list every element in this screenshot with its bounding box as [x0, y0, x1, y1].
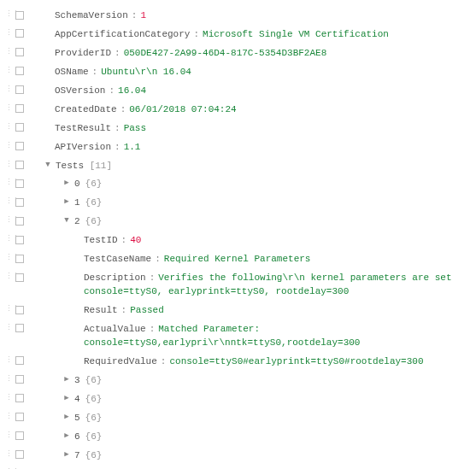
- row-checkbox[interactable]: [15, 142, 24, 150]
- test-item-row: ⋮⋮▶3{6}: [5, 372, 471, 390]
- caret-right-icon[interactable]: ▶: [62, 412, 72, 423]
- caret-right-icon[interactable]: ▶: [62, 449, 72, 460]
- drag-grip-icon: ⋮⋮: [5, 355, 14, 366]
- drag-grip-icon: ⋮⋮: [5, 304, 14, 315]
- row-checkbox[interactable]: [15, 48, 24, 56]
- row-checkbox[interactable]: [15, 394, 24, 402]
- row-checkbox[interactable]: [15, 85, 24, 94]
- drag-grip-icon: ⋮⋮: [5, 272, 14, 283]
- row-checkbox[interactable]: [15, 123, 24, 132]
- property-row: ⋮⋮AppCertificationCategory:Microsoft Sin…: [5, 26, 471, 44]
- row-gutter: ⋮⋮: [5, 196, 31, 208]
- colon: :: [150, 324, 156, 334]
- row-gutter: ⋮⋮: [5, 215, 31, 226]
- row-checkbox[interactable]: [15, 161, 24, 169]
- row-checkbox[interactable]: [15, 413, 24, 421]
- test-item-row: ⋮⋮▶0{6}: [5, 175, 471, 194]
- caret-right-icon[interactable]: ▶: [62, 374, 72, 385]
- row-checkbox[interactable]: [15, 356, 24, 365]
- row-checkbox[interactable]: [15, 11, 24, 20]
- property-row: ⋮⋮SchemaVersion:1: [5, 7, 471, 26]
- row-gutter: ⋮⋮: [5, 412, 31, 423]
- colon: :: [193, 29, 199, 39]
- property-row: ⋮⋮OSVersion:16.04: [5, 82, 471, 101]
- json-tree: ⋮⋮SchemaVersion:1⋮⋮AppCertificationCateg…: [5, 7, 471, 469]
- row-checkbox[interactable]: [15, 179, 24, 188]
- row-gutter: ⋮⋮: [5, 323, 31, 334]
- test-item-row: ⋮⋮▶8{6}: [5, 465, 471, 469]
- test-summary: {6}: [85, 375, 103, 385]
- test-index: 1: [74, 197, 80, 208]
- row-checkbox[interactable]: [15, 198, 24, 207]
- tests-count: [11]: [90, 161, 112, 171]
- colon: :: [115, 142, 120, 152]
- drag-grip-icon: ⋮⋮: [5, 47, 14, 58]
- row-gutter: ⋮⋮: [5, 253, 31, 264]
- row-checkbox[interactable]: [15, 29, 24, 38]
- row-checkbox[interactable]: [15, 236, 24, 244]
- row-checkbox[interactable]: [15, 273, 24, 282]
- property-row: ⋮⋮CreatedDate:06/01/2018 07:04:24: [5, 101, 471, 120]
- detail-key: Description: [84, 273, 146, 283]
- test-summary: {6}: [85, 179, 103, 189]
- drag-grip-icon: ⋮⋮: [5, 28, 14, 39]
- drag-grip-icon: ⋮⋮: [5, 141, 14, 152]
- row-checkbox[interactable]: [15, 324, 24, 332]
- test-summary: {6}: [85, 450, 103, 460]
- row-checkbox[interactable]: [15, 450, 24, 459]
- caret-right-icon[interactable]: ▶: [62, 393, 72, 404]
- row-checkbox[interactable]: [15, 104, 24, 113]
- row-gutter: ⋮⋮: [5, 272, 31, 283]
- row-gutter: ⋮⋮: [5, 66, 31, 77]
- row-checkbox[interactable]: [15, 67, 24, 75]
- tests-label: Tests: [56, 161, 84, 171]
- detail-key: Result: [84, 305, 118, 315]
- test-index: 4: [74, 394, 80, 404]
- property-value: 1.1: [124, 142, 141, 152]
- drag-grip-icon: ⋮⋮: [5, 103, 14, 114]
- drag-grip-icon: ⋮⋮: [5, 253, 14, 264]
- row-checkbox[interactable]: [15, 306, 24, 314]
- test-item-row: ⋮⋮▶6{6}: [5, 428, 471, 447]
- row-checkbox[interactable]: [15, 255, 24, 263]
- detail-key: TestID: [84, 235, 118, 245]
- row-checkbox[interactable]: [15, 217, 24, 226]
- caret-down-icon[interactable]: ▼: [62, 215, 72, 226]
- row-gutter: ⋮⋮: [5, 304, 31, 315]
- property-value: 1: [140, 10, 146, 21]
- colon: :: [132, 10, 138, 21]
- property-key: ProviderID: [55, 48, 111, 58]
- row-gutter: ⋮⋮: [5, 234, 31, 245]
- row-gutter: ⋮⋮: [5, 9, 31, 21]
- drag-grip-icon: ⋮⋮: [5, 431, 14, 442]
- detail-value: Required Kernel Parameters: [164, 254, 311, 264]
- test-index: 0: [74, 179, 80, 189]
- test-summary: {6}: [85, 413, 103, 423]
- property-key: SchemaVersion: [55, 10, 128, 21]
- caret-right-icon[interactable]: ▶: [62, 431, 72, 442]
- colon: :: [92, 67, 98, 77]
- row-checkbox[interactable]: [15, 375, 24, 384]
- drag-grip-icon: ⋮⋮: [5, 178, 14, 189]
- test-item-row: ⋮⋮▶4{6}: [5, 390, 471, 409]
- caret-right-icon[interactable]: ▶: [62, 196, 72, 208]
- row-gutter: ⋮⋮: [5, 47, 31, 58]
- caret-down-icon[interactable]: ▼: [43, 160, 53, 171]
- row-gutter: ⋮⋮: [5, 160, 31, 171]
- property-value: 16.04: [118, 85, 146, 96]
- caret-right-icon[interactable]: ▶: [62, 178, 72, 189]
- property-row: ⋮⋮TestResult:Pass: [5, 120, 471, 138]
- property-key: TestResult: [55, 123, 111, 133]
- detail-value: console=ttyS0#earlyprintk=ttyS0#rootdela…: [169, 356, 423, 366]
- row-gutter: ⋮⋮: [5, 28, 31, 39]
- colon: :: [150, 273, 156, 283]
- colon: :: [120, 104, 126, 114]
- test-detail-row: ⋮⋮Result:Passed: [5, 302, 471, 320]
- row-checkbox[interactable]: [15, 431, 24, 440]
- row-gutter: ⋮⋮: [5, 431, 31, 442]
- property-key: OSName: [55, 67, 89, 77]
- row-gutter: ⋮⋮: [5, 449, 31, 460]
- drag-grip-icon: ⋮⋮: [5, 9, 14, 21]
- property-value: Microsoft Single VM Certification: [203, 29, 389, 39]
- property-value: Ubuntu\r\n 16.04: [101, 67, 191, 77]
